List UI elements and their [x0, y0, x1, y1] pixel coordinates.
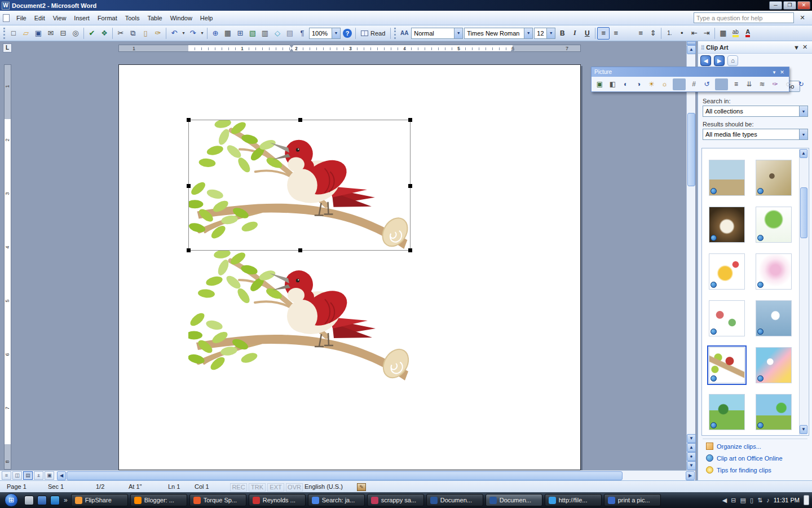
numbering-button[interactable]: 1. — [663, 27, 676, 40]
ovr-toggle[interactable]: OVR — [286, 483, 303, 492]
office-online-link[interactable]: Clip art on Office Online — [703, 454, 807, 462]
tray-display-icon[interactable]: ▤ — [740, 497, 746, 504]
search-in-select[interactable]: All collections ▼ — [703, 106, 808, 117]
align-left-button[interactable]: ≡ — [597, 27, 610, 40]
cut-icon[interactable]: ✂ — [114, 27, 127, 40]
pane-forward-icon[interactable]: ▶ — [714, 55, 725, 66]
font-dropdown-icon[interactable]: ▼ — [524, 28, 532, 38]
tab-stop-selector[interactable]: L — [3, 43, 12, 52]
start-button[interactable]: ⊞ — [5, 493, 18, 507]
show-hide-icon[interactable]: ¶ — [296, 27, 308, 40]
document-map-icon[interactable]: ▤ — [284, 27, 296, 40]
inserted-clipart[interactable] — [188, 251, 411, 382]
quick-launch-window-icon[interactable] — [37, 496, 47, 505]
taskbar-window-button[interactable]: Blogger: ... — [130, 494, 187, 506]
right-indent-marker[interactable] — [510, 49, 515, 52]
results-scroll-down-icon[interactable]: ▼ — [800, 425, 807, 434]
less-contrast-icon[interactable]: ◑ — [632, 78, 645, 90]
taskbar-window-button[interactable]: Reynolds ... — [249, 494, 306, 506]
horizontal-scroll-thumb[interactable] — [67, 471, 623, 480]
menu-item[interactable]: Help — [196, 12, 217, 24]
maximize-button[interactable]: ❐ — [783, 1, 796, 10]
font-color-button[interactable]: A — [742, 27, 754, 40]
clipart-thumb-red-bird-branch[interactable] — [709, 347, 745, 383]
font-select[interactable]: Times New Roman ▼ — [464, 28, 533, 39]
font-size-select[interactable]: 12 ▼ — [534, 28, 555, 39]
picture-toolbar-close-icon[interactable]: ✕ — [778, 69, 786, 75]
styles-and-formatting-icon[interactable]: AA — [398, 27, 411, 40]
bullets-button[interactable]: • — [676, 27, 688, 40]
hanging-indent-marker[interactable] — [289, 49, 294, 52]
results-scroll-thumb[interactable] — [800, 187, 807, 238]
tables-and-borders-icon[interactable]: ▦ — [222, 27, 234, 40]
taskbar-window-button[interactable]: http://file... — [545, 494, 602, 506]
rotate-left-icon[interactable]: ↺ — [700, 78, 713, 90]
tray-expand-icon[interactable]: ◀ — [722, 497, 727, 504]
results-dropdown-icon[interactable]: ▼ — [799, 129, 807, 139]
color-icon[interactable]: ◧ — [606, 78, 619, 90]
insert-excel-icon[interactable]: ▧ — [246, 27, 259, 40]
outline-view-button[interactable]: ± — [34, 471, 43, 480]
print-preview-icon[interactable]: ◎ — [69, 27, 82, 40]
drawing-icon[interactable]: ◇ — [271, 27, 284, 40]
save-icon[interactable]: ▣ — [32, 27, 45, 40]
insert-hyperlink-icon[interactable]: ⊕ — [209, 27, 222, 40]
first-line-indent-marker[interactable] — [289, 44, 294, 48]
italic-button[interactable]: I — [568, 27, 581, 40]
tips-link[interactable]: Tips for finding clips — [703, 466, 807, 474]
clipart-thumb-tree-birds[interactable] — [756, 207, 792, 243]
email-icon[interactable]: ✉ — [45, 27, 57, 40]
document-vertical-scrollbar[interactable]: ▲ ▼ ▲ ● ▼ — [686, 41, 695, 470]
insert-table-icon[interactable]: ⊞ — [234, 27, 246, 40]
clipart-thumb-nest-eggs[interactable] — [709, 207, 745, 243]
horizontal-ruler[interactable]: 11234567 — [15, 43, 686, 53]
align-center-button[interactable]: ≡ — [610, 27, 622, 40]
resize-handle[interactable] — [298, 118, 302, 122]
font-size-dropdown-icon[interactable]: ▼ — [546, 28, 555, 38]
clipart-thumb-birds-sky-scene[interactable] — [756, 394, 792, 430]
help-question-input[interactable] — [694, 12, 794, 23]
close-button[interactable]: ✕ — [797, 1, 810, 10]
menu-item[interactable]: Format — [94, 12, 121, 24]
toolbar-options-icon[interactable]: ▾ — [770, 69, 778, 75]
new-document-icon[interactable]: □ — [7, 27, 20, 40]
zoom-select[interactable]: 100% ▼ — [309, 28, 341, 39]
pane-dropdown-icon[interactable]: ▼ — [792, 44, 801, 51]
menu-item[interactable]: Edit — [30, 12, 49, 24]
pane-grip[interactable]: ⁞⁞ — [701, 44, 704, 51]
menu-item[interactable]: File — [12, 12, 30, 24]
print-icon[interactable]: ⊟ — [57, 27, 69, 40]
scroll-up-icon[interactable]: ▲ — [687, 45, 696, 54]
resize-handle[interactable] — [408, 184, 412, 188]
set-transparent-color-icon[interactable]: ◌ — [782, 78, 795, 90]
zoom-dropdown-icon[interactable]: ▼ — [332, 28, 340, 38]
highlight-button[interactable]: ab — [729, 27, 742, 40]
crop-icon[interactable]: # — [687, 78, 700, 90]
less-brightness-icon[interactable]: ☼ — [658, 78, 671, 90]
previous-page-icon[interactable]: ▲ — [687, 443, 696, 452]
bold-button[interactable]: B — [556, 27, 568, 40]
redo-dropdown-icon[interactable]: ▾ — [199, 27, 205, 40]
print-layout-view-button[interactable]: ▤ — [23, 471, 33, 480]
resize-handle[interactable] — [187, 184, 191, 188]
clipart-thumb-colorful-birds[interactable] — [756, 347, 792, 383]
clipart-thumb-bird-ground-photo[interactable] — [709, 160, 745, 196]
style-dropdown-icon[interactable]: ▼ — [454, 28, 462, 38]
results-select[interactable]: All media file types ▼ — [703, 129, 808, 140]
scroll-down-icon[interactable]: ▼ — [687, 434, 696, 443]
undo-dropdown-icon[interactable]: ▾ — [180, 27, 187, 40]
document-page[interactable] — [118, 64, 581, 470]
taskbar-window-button[interactable]: FlipShare — [71, 494, 128, 506]
tray-volume-icon[interactable]: ♪ — [766, 497, 770, 504]
notification-icon[interactable] — [804, 495, 809, 505]
copy-icon[interactable]: ⧉ — [127, 27, 139, 40]
vertical-ruler[interactable]: 12345678 — [3, 54, 12, 470]
menu-item[interactable]: Table — [143, 12, 166, 24]
clipart-thumb-flying-bird-photo[interactable] — [756, 160, 792, 196]
style-select[interactable]: Normal ▼ — [411, 28, 463, 39]
rec-toggle[interactable]: REC — [230, 483, 247, 492]
more-contrast-icon[interactable]: ◐ — [619, 78, 632, 90]
resize-handle[interactable] — [298, 248, 302, 252]
picture-toolbar[interactable]: Picture ▾ ✕ ▣◧◐◑☀☼#↺≡⇊≋✑◌↻ — [591, 67, 789, 92]
scroll-right-icon[interactable]: ▶ — [686, 471, 695, 480]
